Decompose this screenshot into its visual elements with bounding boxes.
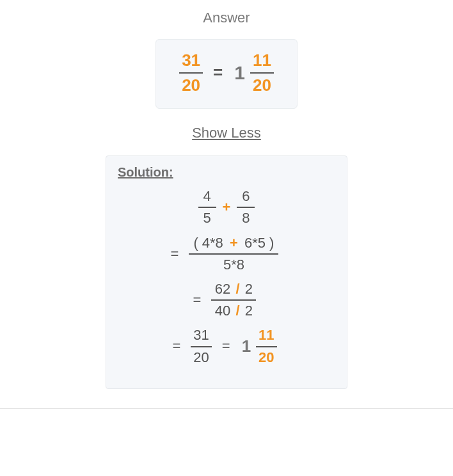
s4-mixed-numerator: 11: [256, 328, 276, 343]
answer-left-numerator: 31: [179, 51, 203, 70]
equals-sign: =: [222, 338, 230, 354]
fraction-bar: [250, 72, 274, 74]
s1-b-numerator: 6: [239, 189, 252, 204]
show-less-container: Show Less: [0, 125, 453, 141]
fraction-bar: [189, 253, 278, 255]
fraction-bar: [198, 207, 216, 208]
s2-numerator: ( 4*8 + 6*5 ): [191, 235, 276, 251]
s4-denominator: 20: [191, 350, 211, 365]
equals-sign: =: [193, 292, 202, 308]
s3-num-a: 62: [215, 281, 230, 297]
s2-num-right: 6*5 ): [244, 235, 274, 251]
solution-step-1: 4 5 + 6 8: [118, 189, 335, 226]
s3-fraction: 62 / 2 40 / 2: [211, 282, 256, 319]
s1-a-numerator: 4: [200, 189, 213, 204]
s3-denominator: 40 / 2: [212, 303, 255, 319]
answer-box: 31 20 = 1 11 20: [155, 39, 298, 109]
solution-step-4: = 31 20 = 1 11 20: [118, 328, 335, 365]
answer-fraction-left: 31 20: [179, 51, 203, 94]
solution-step-3: = 62 / 2 40 / 2: [118, 282, 335, 319]
s1-a-denominator: 5: [200, 210, 213, 226]
answer-right-denominator: 20: [250, 76, 274, 95]
answer-right-numerator: 11: [250, 51, 274, 70]
plus-sign: +: [223, 200, 231, 215]
s1-fraction-a: 4 5: [198, 189, 216, 226]
equals-sign: =: [172, 338, 180, 354]
answer-fraction-right: 11 20: [250, 51, 274, 94]
fraction-bar: [191, 346, 211, 347]
s4-numerator: 31: [191, 328, 211, 343]
solution-step-2: = ( 4*8 + 6*5 ) 5*8: [118, 235, 335, 273]
slash-sign: /: [235, 303, 239, 319]
s1-fraction-b: 6 8: [237, 189, 255, 226]
fraction-bar: [211, 299, 256, 301]
answer-left-denominator: 20: [179, 76, 203, 95]
answer-whole-number: 1: [234, 62, 245, 84]
solution-label: Solution:: [118, 165, 335, 180]
answer-label: Answer: [0, 10, 453, 26]
s3-num-b: 2: [245, 281, 253, 297]
s2-num-left: ( 4*8: [193, 235, 223, 251]
s2-denominator: 5*8: [221, 257, 247, 273]
s3-den-a: 40: [215, 303, 230, 319]
fraction-bar: [256, 346, 276, 347]
plus-sign: +: [230, 235, 238, 251]
divider: [0, 408, 453, 409]
fraction-bar: [237, 207, 255, 208]
s1-b-denominator: 8: [239, 210, 252, 226]
s4-fraction-mixed: 11 20: [256, 328, 276, 365]
s4-fraction-reduced: 31 20: [191, 328, 211, 365]
s3-den-b: 2: [245, 303, 253, 319]
equals-sign: =: [171, 246, 179, 262]
s3-numerator: 62 / 2: [212, 282, 255, 297]
solution-box: Solution: 4 5 + 6 8 = ( 4*8 + 6*5 ): [106, 155, 347, 389]
s2-fraction: ( 4*8 + 6*5 ) 5*8: [189, 235, 278, 273]
equals-sign: =: [213, 63, 223, 83]
s4-whole-number: 1: [242, 337, 251, 356]
fraction-bar: [179, 72, 203, 74]
s4-mixed-denominator: 20: [256, 350, 276, 365]
show-less-link[interactable]: Show Less: [192, 125, 261, 141]
slash-sign: /: [235, 281, 239, 297]
